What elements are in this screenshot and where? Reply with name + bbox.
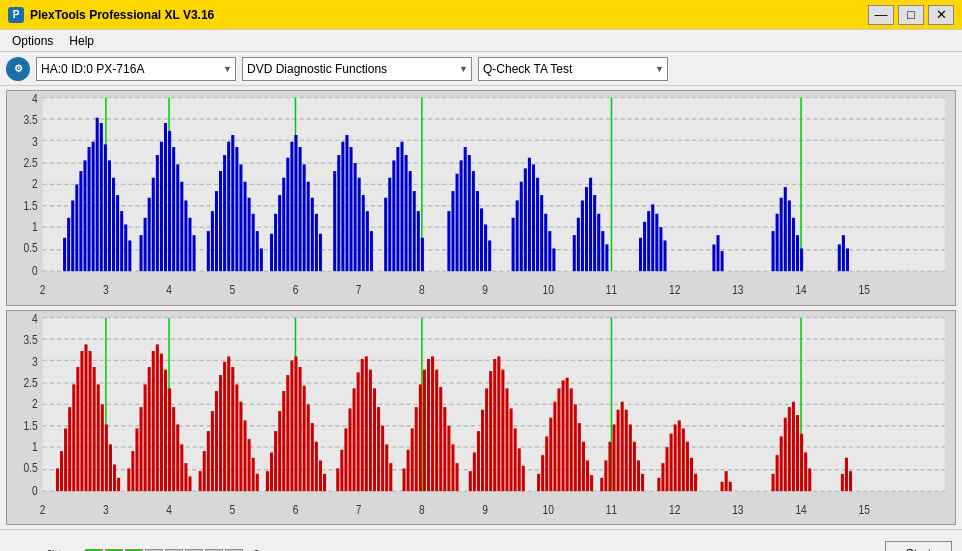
svg-text:2: 2: [32, 396, 38, 412]
svg-rect-142: [581, 200, 584, 271]
svg-rect-260: [278, 411, 281, 491]
svg-rect-282: [377, 407, 380, 491]
svg-rect-303: [481, 409, 484, 490]
svg-text:8: 8: [419, 281, 425, 297]
svg-rect-278: [361, 359, 364, 491]
svg-rect-129: [512, 218, 515, 271]
minimize-button[interactable]: —: [868, 5, 894, 25]
maximize-button[interactable]: □: [898, 5, 924, 25]
svg-rect-133: [528, 158, 531, 271]
svg-rect-118: [447, 211, 450, 271]
app-title: PlexTools Professional XL V3.16: [30, 8, 214, 22]
svg-rect-100: [341, 142, 344, 271]
svg-rect-360: [804, 452, 807, 491]
svg-rect-279: [365, 356, 368, 491]
svg-rect-102: [350, 147, 353, 271]
device-icon: ⚙: [6, 57, 30, 81]
svg-rect-144: [589, 178, 592, 271]
svg-rect-273: [340, 449, 343, 490]
svg-rect-212: [64, 428, 67, 491]
svg-text:4: 4: [32, 91, 38, 106]
svg-rect-305: [489, 371, 492, 491]
svg-rect-356: [788, 407, 791, 491]
svg-rect-364: [849, 471, 852, 491]
svg-rect-300: [469, 471, 472, 491]
svg-rect-153: [655, 214, 658, 271]
svg-rect-47: [92, 142, 95, 271]
svg-rect-165: [796, 235, 799, 271]
svg-rect-114: [409, 171, 412, 271]
svg-rect-251: [235, 384, 238, 491]
svg-rect-306: [493, 359, 496, 491]
svg-rect-331: [612, 424, 615, 491]
start-button[interactable]: Start: [885, 541, 952, 552]
svg-rect-62: [160, 142, 163, 271]
svg-rect-262: [286, 375, 289, 491]
bottom-panel: Jitter: 2 Peak Shift:: [0, 529, 962, 551]
svg-rect-333: [621, 401, 624, 490]
svg-rect-274: [344, 428, 347, 491]
svg-rect-85: [270, 234, 273, 271]
svg-rect-104: [358, 178, 361, 271]
menu-options[interactable]: Options: [4, 32, 61, 50]
svg-rect-94: [307, 182, 310, 271]
svg-text:1.5: 1.5: [23, 417, 38, 433]
svg-rect-140: [573, 235, 576, 271]
svg-rect-298: [451, 444, 454, 491]
svg-rect-295: [439, 387, 442, 491]
svg-text:13: 13: [732, 281, 744, 297]
svg-rect-97: [319, 234, 322, 271]
svg-rect-69: [188, 218, 191, 271]
meters-section: Jitter: 2 Peak Shift:: [10, 548, 260, 552]
svg-rect-66: [176, 164, 179, 271]
svg-rect-332: [617, 409, 620, 490]
svg-rect-307: [497, 356, 500, 491]
svg-rect-162: [784, 187, 787, 271]
bottom-right-controls: Start i: [885, 541, 952, 552]
test-select[interactable]: Q-Check TA Test: [478, 57, 668, 81]
main-content: 4 3.5 3 2.5 2 1.5 1 0.5 0 2 3 4 5 6 7 8 …: [0, 86, 962, 529]
svg-rect-86: [274, 214, 277, 271]
svg-rect-164: [792, 218, 795, 271]
svg-rect-237: [172, 407, 175, 491]
svg-rect-222: [105, 424, 108, 491]
svg-text:0.5: 0.5: [23, 240, 38, 256]
svg-rect-359: [800, 433, 803, 490]
function-select[interactable]: DVD Diagnostic Functions: [242, 57, 472, 81]
svg-rect-215: [76, 367, 79, 491]
svg-rect-160: [776, 214, 779, 271]
svg-text:11: 11: [606, 501, 618, 517]
svg-text:2: 2: [32, 176, 38, 192]
svg-rect-296: [443, 407, 446, 491]
chart2-container: 4 3.5 3 2.5 2 1.5 1 0.5 0 2 3 4 5 6 7 8 …: [6, 310, 956, 526]
svg-rect-63: [164, 123, 167, 271]
svg-text:1: 1: [32, 438, 38, 454]
device-select[interactable]: HA:0 ID:0 PX-716A: [36, 57, 236, 81]
svg-rect-275: [348, 408, 351, 491]
svg-rect-135: [536, 178, 539, 271]
svg-rect-213: [68, 407, 71, 491]
svg-rect-138: [548, 231, 551, 271]
svg-text:7: 7: [356, 281, 362, 297]
chart1-svg: 4 3.5 3 2.5 2 1.5 1 0.5 0 2 3 4 5 6 7 8 …: [7, 91, 955, 305]
svg-rect-309: [505, 388, 508, 491]
svg-rect-48: [96, 118, 99, 271]
svg-rect-88: [282, 178, 285, 271]
svg-rect-292: [427, 359, 430, 491]
close-button[interactable]: ✕: [928, 5, 954, 25]
svg-rect-266: [303, 385, 306, 490]
svg-rect-96: [315, 214, 318, 271]
svg-rect-91: [294, 135, 297, 271]
svg-rect-249: [227, 356, 230, 491]
svg-text:6: 6: [293, 501, 299, 517]
svg-rect-101: [345, 135, 348, 271]
svg-rect-214: [72, 384, 75, 491]
svg-rect-40: [63, 238, 66, 271]
svg-text:15: 15: [859, 501, 871, 517]
svg-rect-52: [112, 178, 115, 271]
svg-text:4: 4: [32, 311, 38, 326]
menu-help[interactable]: Help: [61, 32, 102, 50]
svg-rect-45: [83, 160, 86, 271]
svg-rect-124: [472, 171, 475, 271]
title-bar: P PlexTools Professional XL V3.16 — □ ✕: [0, 0, 962, 30]
